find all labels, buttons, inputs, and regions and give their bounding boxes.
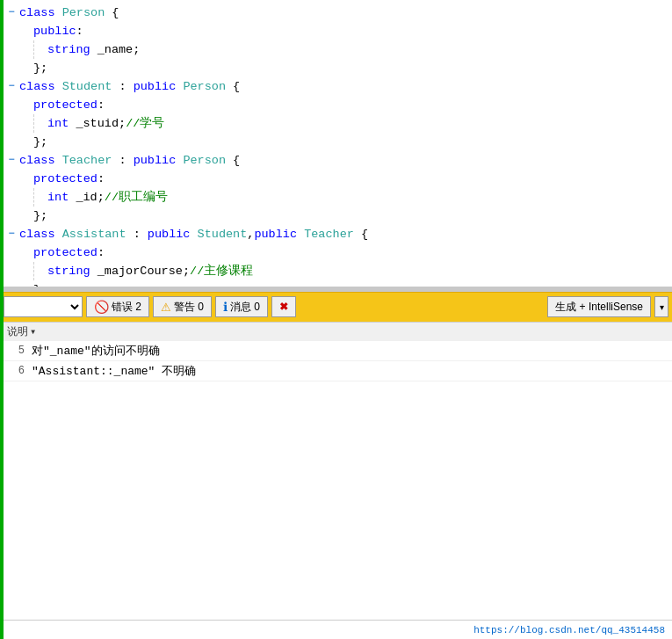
token xyxy=(55,6,62,19)
code-line: protected: xyxy=(4,96,672,114)
status-bar: 说明 ▾ xyxy=(0,322,672,341)
token: class xyxy=(19,228,55,241)
token: int xyxy=(47,191,69,204)
fold-gutter[interactable]: − xyxy=(4,77,19,96)
info-button[interactable]: ℹ 消息 0 xyxy=(215,296,268,317)
indent-guide xyxy=(19,188,33,207)
error-row[interactable]: 5对"_name"的访问不明确 xyxy=(0,341,672,361)
token: _id; xyxy=(69,191,105,204)
indent-guide xyxy=(19,114,33,133)
line-content: string _name; xyxy=(47,40,140,59)
error-icon: 🚫 xyxy=(94,300,109,314)
code-line: protected: xyxy=(4,243,672,262)
indent-guide xyxy=(19,170,33,188)
filter-icon: ✖ xyxy=(279,301,288,313)
token: protected xyxy=(33,246,98,259)
token: _stuid; xyxy=(69,117,126,130)
indent-guide xyxy=(19,22,33,40)
token: _name; xyxy=(90,43,141,56)
code-line: −class Assistant : public Student,public… xyxy=(4,225,672,243)
code-line: int _stuid;//学号 xyxy=(4,114,672,133)
token: { xyxy=(354,228,368,241)
code-editor: −class Person {public:string _name;};−cl… xyxy=(0,0,672,287)
token: protected xyxy=(33,172,98,185)
token: : xyxy=(126,228,148,241)
token: Assistant xyxy=(62,228,126,241)
build-label: 生成 + IntelliSense xyxy=(555,300,643,315)
code-line: string _majorCourse;//主修课程 xyxy=(4,262,672,280)
warning-button[interactable]: ⚠ 警告 0 xyxy=(153,296,212,317)
token: : xyxy=(98,246,105,259)
line-content: string _majorCourse;//主修课程 xyxy=(47,262,253,280)
token: Person xyxy=(183,80,226,93)
url-text: https://blog.csdn.net/qq_43514458 xyxy=(473,625,665,635)
indent-guide xyxy=(33,262,47,280)
code-line: public: xyxy=(4,22,672,40)
error-button[interactable]: 🚫 错误 2 xyxy=(86,296,149,317)
line-content: protected: xyxy=(33,243,105,262)
line-content: int _id;//职工编号 xyxy=(47,188,168,207)
info-label: 消息 0 xyxy=(230,300,260,315)
warning-icon: ⚠ xyxy=(161,301,171,314)
code-line: string _name; xyxy=(4,40,672,59)
token: Teacher xyxy=(304,228,354,241)
token: }; xyxy=(33,62,47,75)
error-row-num: 5 xyxy=(7,345,25,357)
code-line: −class Student : public Person { xyxy=(4,77,672,96)
token xyxy=(55,80,62,93)
token: string xyxy=(47,43,90,56)
code-line: }; xyxy=(4,207,672,225)
code-line: −class Teacher : public Person { xyxy=(4,151,672,170)
token: _majorCourse; xyxy=(90,265,190,278)
build-arrow-icon: ▾ xyxy=(660,302,664,312)
warning-label: 警告 0 xyxy=(174,300,204,315)
indent-guide xyxy=(19,40,33,59)
token: //主修课程 xyxy=(190,265,253,278)
line-content: int _stuid;//学号 xyxy=(47,114,164,133)
error-label: 错误 2 xyxy=(112,300,141,315)
fold-gutter[interactable]: − xyxy=(4,225,19,243)
token xyxy=(190,228,197,241)
line-content: class Person { xyxy=(19,4,119,22)
indent-guide xyxy=(19,207,33,225)
code-line: −class Person { xyxy=(4,4,672,22)
token: public xyxy=(134,154,177,167)
toolbar-select[interactable] xyxy=(4,296,83,317)
fold-gutter[interactable]: − xyxy=(4,151,19,170)
token: : xyxy=(112,154,133,167)
info-icon: ℹ xyxy=(223,300,228,314)
line-content: class Assistant : public Student,public … xyxy=(19,225,368,243)
build-arrow-button[interactable]: ▾ xyxy=(654,296,668,317)
code-line: int _id;//职工编号 xyxy=(4,188,672,207)
indent-guide xyxy=(33,188,47,207)
indent-guide xyxy=(19,96,33,114)
token: public xyxy=(254,228,297,241)
line-content: class Teacher : public Person { xyxy=(19,151,240,170)
error-row[interactable]: 6"Assistant::_name" 不明确 xyxy=(0,361,672,381)
token: Student xyxy=(62,80,112,93)
token: public xyxy=(134,80,177,93)
token: : xyxy=(112,80,133,93)
indent-guide xyxy=(33,114,47,133)
token: string xyxy=(47,265,90,278)
token: class xyxy=(19,6,55,19)
token: protected xyxy=(33,98,98,112)
shuoming-button[interactable]: 说明 ▾ xyxy=(7,324,36,339)
error-row-text: "Assistant::_name" 不明确 xyxy=(32,363,196,379)
token: : xyxy=(76,25,83,38)
token: Person xyxy=(183,154,226,167)
green-bar xyxy=(0,0,4,639)
token: }; xyxy=(33,209,47,222)
code-line: }; xyxy=(4,133,672,151)
error-list: 5对"_name"的访问不明确6"Assistant::_name" 不明确 xyxy=(0,341,672,621)
shuoming-arrow-icon: ▾ xyxy=(30,325,36,338)
build-button[interactable]: 生成 + IntelliSense xyxy=(547,296,651,317)
filter-button[interactable]: ✖ xyxy=(271,296,296,317)
indent-guide xyxy=(19,59,33,77)
line-content: }; xyxy=(33,59,47,77)
line-content: class Student : public Person { xyxy=(19,77,240,96)
token: //学号 xyxy=(126,117,164,130)
token: class xyxy=(19,80,55,93)
fold-gutter[interactable]: − xyxy=(4,4,19,22)
bottom-toolbar: 🚫 错误 2 ⚠ 警告 0 ℹ 消息 0 ✖ 生成 + IntelliSense… xyxy=(0,292,672,322)
